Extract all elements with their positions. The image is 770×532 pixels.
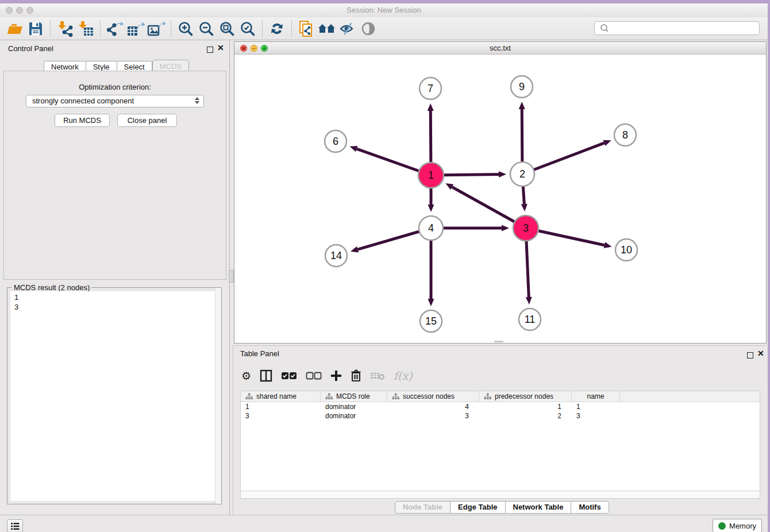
close-view-button[interactable]: ✕ xyxy=(240,45,247,52)
close-panel-icon[interactable]: ✕ xyxy=(217,45,224,51)
duplicate-network-icon[interactable] xyxy=(296,20,317,38)
minimize-window-button[interactable] xyxy=(16,7,23,14)
delete-column-icon[interactable] xyxy=(351,369,361,382)
memory-button[interactable]: Memory xyxy=(713,519,762,532)
list-icon xyxy=(10,522,20,530)
mcds-result-text[interactable]: 1 3 xyxy=(10,291,218,501)
hide-selected-eye-icon[interactable] xyxy=(337,20,358,38)
export-table-icon[interactable] xyxy=(125,20,146,38)
split-columns-icon[interactable] xyxy=(260,369,272,382)
graph-node-label-14: 14 xyxy=(330,250,342,261)
close-table-panel-icon[interactable]: ✕ xyxy=(757,350,764,357)
zoom-out-icon[interactable] xyxy=(196,20,217,38)
save-session-icon[interactable] xyxy=(25,20,46,38)
maximize-view-button[interactable]: + xyxy=(261,45,268,52)
maximize-window-button[interactable] xyxy=(26,7,33,14)
close-window-button[interactable] xyxy=(6,7,13,14)
select-all-checks-icon[interactable] xyxy=(281,372,297,380)
status-bar: Memory xyxy=(0,515,768,532)
result-scrollbar[interactable] xyxy=(215,288,221,504)
open-session-icon[interactable] xyxy=(5,20,25,38)
settings-gear-icon[interactable]: ⚙ xyxy=(241,369,251,383)
graph-arrowhead xyxy=(526,297,532,304)
graph-arrowhead xyxy=(499,171,506,178)
graph-node-label-11: 11 xyxy=(525,314,536,325)
table-header-row: shared name MCDS role successor nodes pr… xyxy=(241,391,760,402)
tree-icon xyxy=(484,393,491,400)
float-panel-icon[interactable] xyxy=(207,45,213,55)
table-panel-title: Table Panel xyxy=(240,349,279,358)
mcds-result-box: MCDS result (2 nodes) 1 3 xyxy=(7,287,222,504)
search-input[interactable] xyxy=(612,22,759,34)
graph-arrowhead xyxy=(428,103,434,111)
column-header-name[interactable]: name xyxy=(572,391,620,402)
column-header-mcds-role[interactable]: MCDS role xyxy=(321,391,387,402)
tab-node-table[interactable]: Node Table xyxy=(395,501,451,514)
delete-table-icon[interactable] xyxy=(370,371,385,380)
deselect-all-checks-icon[interactable] xyxy=(306,372,322,380)
tab-network-table[interactable]: Network Table xyxy=(506,501,572,514)
column-header-predecessor-nodes[interactable]: predecessor nodes xyxy=(479,391,572,402)
network-view-window: ✕ − + scc.txt 1234678910111415 xyxy=(234,41,767,344)
close-panel-button[interactable]: Close panel xyxy=(117,114,177,127)
graph-node-label-6: 6 xyxy=(333,136,338,147)
graph-node-label-7: 7 xyxy=(428,83,433,94)
optimization-criterion-select[interactable]: strongly connected component xyxy=(26,95,204,107)
graph-node-label-3: 3 xyxy=(523,222,529,234)
tree-icon xyxy=(392,393,399,400)
select-arrows-icon xyxy=(195,97,199,104)
control-panel: Control Panel ✕ Network Style Select MCD… xyxy=(0,40,230,515)
show-all-eye-icon[interactable] xyxy=(358,20,379,38)
graph-arrowhead xyxy=(351,246,359,253)
graph-node-label-9: 9 xyxy=(519,81,525,92)
selected-criterion: strongly connected component xyxy=(32,97,134,105)
search-box[interactable] xyxy=(594,21,760,35)
table-row[interactable]: 1 dominator 4 1 1 xyxy=(241,402,760,411)
view-resize-grip[interactable] xyxy=(494,341,503,342)
task-history-button[interactable] xyxy=(7,519,23,532)
graph-node-label-10: 10 xyxy=(621,244,632,256)
import-table-icon[interactable] xyxy=(75,20,96,38)
network-title: scc.txt xyxy=(234,42,766,54)
network-canvas[interactable]: 1234678910111415 xyxy=(234,55,766,344)
table-horizontal-scrollbar[interactable] xyxy=(240,491,760,499)
graph-arrowhead xyxy=(502,225,509,232)
graph-node-label-8: 8 xyxy=(622,129,628,141)
search-icon xyxy=(598,23,612,33)
graph-arrowhead xyxy=(428,299,434,306)
session-title: Session: New Session xyxy=(0,3,768,17)
tree-icon xyxy=(325,393,333,400)
zoom-in-icon[interactable] xyxy=(175,20,196,38)
mcds-panel: Optimization criterion: strongly connect… xyxy=(3,71,226,280)
graph-arrowhead xyxy=(519,102,525,109)
first-neighbors-icon[interactable] xyxy=(317,20,337,38)
minimize-view-button[interactable]: − xyxy=(251,45,257,52)
graph-arrowhead xyxy=(521,204,528,211)
refresh-icon[interactable] xyxy=(267,20,287,38)
tab-edge-table[interactable]: Edge Table xyxy=(451,501,505,514)
table-panel: Table Panel ✕ ⚙ f(x) shared name MCDS ro… xyxy=(233,345,767,515)
column-header-shared-name[interactable]: shared name xyxy=(241,391,321,402)
zoom-fit-icon[interactable] xyxy=(217,20,237,38)
panel-splitter-handle[interactable] xyxy=(229,270,234,283)
function-builder-icon[interactable]: f(x) xyxy=(394,369,413,382)
app-titlebar: Session: New Session xyxy=(0,3,768,17)
export-image-icon[interactable] xyxy=(146,20,167,38)
zoom-selected-icon[interactable] xyxy=(237,20,258,38)
app-window: Session: New Session xyxy=(0,3,768,532)
tab-motifs[interactable]: Motifs xyxy=(571,501,609,514)
tree-icon xyxy=(245,393,253,400)
graph-edge-2-8[interactable] xyxy=(522,143,605,174)
control-panel-header: Control Panel ✕ xyxy=(0,40,229,56)
float-table-panel-icon[interactable] xyxy=(747,350,753,361)
graph-arrowhead xyxy=(349,146,357,152)
add-column-icon[interactable] xyxy=(330,370,342,381)
run-mcds-button[interactable]: Run MCDS xyxy=(55,114,110,127)
table-tabs: Node Table Edge Table Network Table Moti… xyxy=(395,501,609,514)
export-network-icon[interactable] xyxy=(105,20,125,38)
import-network-icon[interactable] xyxy=(55,20,75,38)
column-header-successor-nodes[interactable]: successor nodes xyxy=(387,391,479,402)
table-toolbar: ⚙ f(x) xyxy=(241,364,413,387)
table-row[interactable]: 3 dominator 3 2 3 xyxy=(241,411,760,421)
node-table[interactable]: shared name MCDS role successor nodes pr… xyxy=(240,391,760,491)
